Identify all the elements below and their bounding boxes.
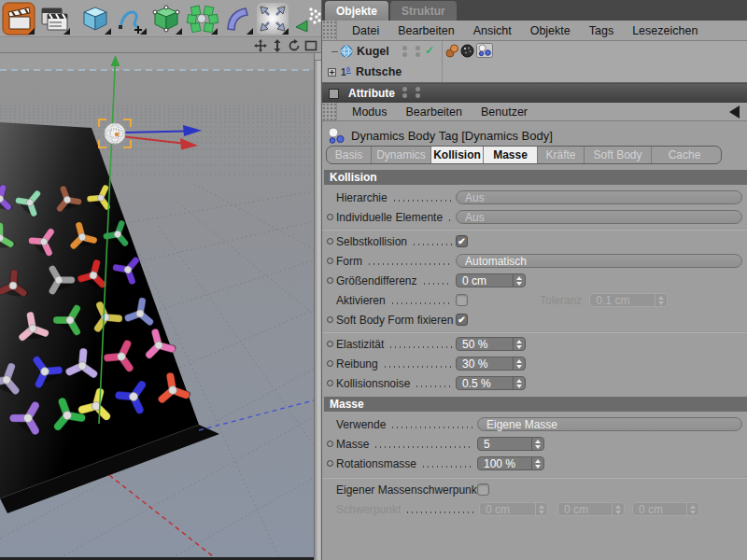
array-object-icon[interactable] xyxy=(185,2,218,35)
verwende-dropdown[interactable]: Eigene Masse xyxy=(477,417,742,431)
attr-tab-kollision[interactable]: Kollision xyxy=(431,147,484,163)
menu-item-bearbeiten[interactable]: Bearbeiten xyxy=(397,105,472,119)
attr-tab-cache[interactable]: Cache xyxy=(652,147,717,163)
collapse-arrow-icon[interactable] xyxy=(729,105,740,119)
row-rotationsmasse: Rotationsmasse 100 % xyxy=(322,454,747,473)
row-aktivieren: Aktivieren Toleranz 0.1 cm xyxy=(322,290,747,310)
rotationsmasse-spinner[interactable]: 100 % xyxy=(477,456,544,470)
pan-view-icon[interactable] xyxy=(254,39,267,52)
attr-tab-kräfte[interactable]: Kräfte xyxy=(538,147,585,163)
tab-objekte[interactable]: Objekte xyxy=(325,1,388,21)
soft-body-form-checkbox[interactable]: ✔ xyxy=(456,314,468,326)
attr-tab-masse[interactable]: Masse xyxy=(484,147,538,163)
object-name[interactable]: Rutsche xyxy=(356,65,402,78)
render-visibility-toggle[interactable] xyxy=(416,44,421,59)
attr-tab-basis[interactable]: Basis xyxy=(327,147,372,163)
menu-item-lesezeichen[interactable]: Lesezeichen xyxy=(623,24,707,37)
field-label: Soft Body Form fixieren xyxy=(336,314,453,327)
dynamics-body-tag-icon-selected[interactable] xyxy=(476,43,493,58)
tag-title-row: Dynamics Body Tag [Dynamics Body] xyxy=(322,121,747,146)
material-tag-dark-sphere-icon[interactable] xyxy=(460,44,474,58)
elastizitaet-spinner[interactable]: 50 % xyxy=(456,337,526,351)
attr-tab-soft-body[interactable]: Soft Body xyxy=(585,147,652,163)
menu-item-datei[interactable]: Datei xyxy=(343,24,388,37)
menu-item-objekte[interactable]: Objekte xyxy=(521,24,580,37)
material-tag-orange-icon[interactable] xyxy=(445,44,458,58)
keyframe-circle-icon[interactable] xyxy=(327,214,333,220)
viewport-scrollbar[interactable] xyxy=(314,53,321,560)
leader-dots xyxy=(421,466,473,468)
field-label: Individuelle Elemente xyxy=(336,211,443,224)
rotate-view-icon[interactable] xyxy=(288,39,301,52)
keyframe-circle-icon[interactable] xyxy=(327,460,333,467)
object-manager-tab-strip: Objekte Struktur xyxy=(322,0,747,21)
schwerpunkt-z-spinner: 0 cm xyxy=(632,502,699,516)
z-axis-handle[interactable] xyxy=(125,132,185,133)
kollisionsnoise-spinner[interactable]: 0.5 % xyxy=(456,376,526,390)
menu-item-modus[interactable]: Modus xyxy=(343,105,397,119)
leader-dots xyxy=(367,263,452,265)
render-visibility-toggle[interactable] xyxy=(416,85,421,100)
row-masse: Masse 5 xyxy=(322,434,747,454)
panel-widget-icon[interactable] xyxy=(329,89,339,99)
menu-item-bearbeiten[interactable]: Bearbeiten xyxy=(388,24,463,37)
aktivieren-checkbox[interactable] xyxy=(456,294,468,306)
masse-spinner[interactable]: 5 xyxy=(477,437,544,451)
row-groessendifferenz: Größendifferenz 0 cm xyxy=(322,271,747,290)
leader-dots xyxy=(415,385,452,387)
subdivision-cube-icon[interactable] xyxy=(149,2,183,35)
render-view-icon[interactable] xyxy=(2,2,35,35)
object-row-rutsche[interactable]: 1 0 Rutsche xyxy=(322,62,747,82)
schwerpunkt-y-spinner: 0 cm xyxy=(557,502,625,516)
bend-deformer-icon[interactable] xyxy=(220,2,254,35)
tab-struktur[interactable]: Struktur xyxy=(390,1,457,21)
selbstkollision-checkbox[interactable]: ✔ xyxy=(456,235,468,247)
row-elastizitaet: Elastizität 50 % xyxy=(322,334,747,354)
object-row-kugel[interactable]: Kugel ✓ xyxy=(322,41,747,62)
attr-tab-dynamics[interactable]: Dynamics xyxy=(372,147,431,163)
menu-item-benutzer[interactable]: Benutzer xyxy=(472,105,537,119)
3d-viewport[interactable] xyxy=(0,53,314,560)
spline-pen-icon[interactable] xyxy=(114,2,148,35)
editor-visibility-toggle[interactable] xyxy=(402,44,408,59)
palette-grip[interactable] xyxy=(322,21,337,40)
menu-item-tags[interactable]: Tags xyxy=(580,24,623,37)
object-name[interactable]: Kugel xyxy=(357,45,389,58)
keyframe-circle-icon[interactable] xyxy=(327,258,333,264)
leader-dots xyxy=(405,511,473,513)
keyframe-circle-icon[interactable] xyxy=(327,360,333,367)
sphere-object-icon xyxy=(340,45,353,58)
keyframe-circle-icon[interactable] xyxy=(327,238,333,245)
toleranz-label: Toleranz xyxy=(540,294,582,307)
reibung-spinner[interactable]: 30 % xyxy=(456,357,526,371)
expand-arrows-icon[interactable] xyxy=(256,2,289,35)
particles-icon[interactable] xyxy=(291,2,325,35)
leader-dots xyxy=(388,346,452,348)
groessendifferenz-spinner[interactable]: 0 cm xyxy=(456,273,526,287)
cube-primitive-icon[interactable] xyxy=(78,2,112,35)
render-settings-icon[interactable] xyxy=(37,2,71,35)
row-selbstkollision: Selbstkollision ✔ xyxy=(322,231,747,251)
row-eigener-massenschwerpunkt: Eigener Massenschwerpunkt xyxy=(322,480,747,499)
group-separator xyxy=(322,229,747,231)
individuelle-elemente-dropdown[interactable]: Aus xyxy=(456,210,742,224)
editor-visibility-toggle[interactable] xyxy=(402,85,408,100)
leader-dots xyxy=(390,302,452,304)
keyframe-circle-icon[interactable] xyxy=(327,441,333,447)
eigener-massenschwerpunkt-checkbox[interactable] xyxy=(477,483,489,496)
keyframe-circle-icon[interactable] xyxy=(327,380,333,386)
form-dropdown[interactable]: Automatisch xyxy=(456,254,742,268)
kugel-sphere-object[interactable] xyxy=(105,123,125,144)
zoom-view-icon[interactable] xyxy=(271,39,284,52)
menu-item-ansicht[interactable]: Ansicht xyxy=(464,24,521,37)
keyframe-circle-icon[interactable] xyxy=(327,316,333,323)
expand-toggle[interactable] xyxy=(328,68,336,77)
keyframe-circle-icon[interactable] xyxy=(327,341,333,347)
keyframe-circle-icon[interactable] xyxy=(327,277,333,284)
maximize-view-icon[interactable] xyxy=(304,39,317,52)
hierarchie-dropdown[interactable]: Aus xyxy=(456,190,742,204)
attribute-panel-body: Dynamics Body Tag [Dynamics Body] BasisD… xyxy=(322,121,747,519)
palette-grip[interactable] xyxy=(322,103,337,120)
field-label: Hierarchie xyxy=(336,191,388,204)
enabled-check-icon[interactable]: ✓ xyxy=(425,44,434,57)
